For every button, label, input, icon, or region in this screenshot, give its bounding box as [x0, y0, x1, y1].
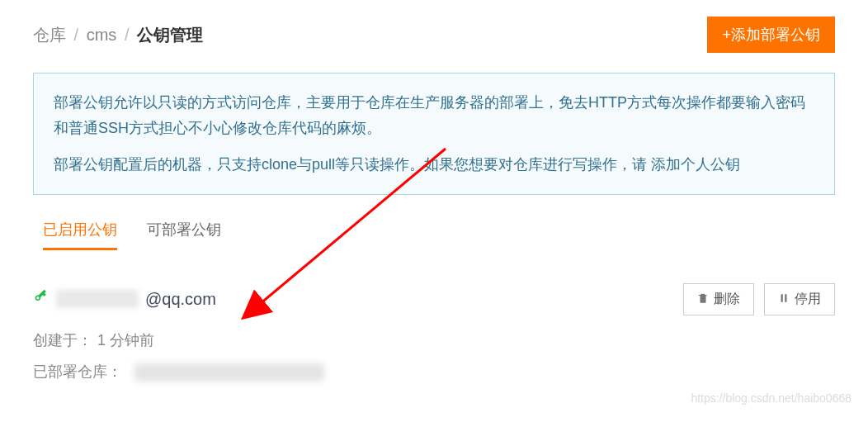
- key-title: @qq.com: [33, 288, 216, 310]
- breadcrumb-sep: /: [125, 26, 130, 44]
- delete-label: 删除: [714, 291, 740, 308]
- notice-box: 部署公钥允许以只读的方式访问仓库，主要用于仓库在生产服务器的部署上，免去HTTP…: [33, 73, 835, 195]
- key-icon: [33, 288, 50, 310]
- pause-label: 停用: [795, 291, 821, 308]
- created-value: 1 分钟前: [97, 332, 154, 349]
- deployed-repo-redacted: [134, 363, 324, 382]
- created-label: 创建于：: [33, 332, 92, 349]
- deployed-line: 已部署仓库：: [33, 362, 835, 382]
- breadcrumb-root[interactable]: 仓库: [33, 26, 66, 44]
- deployed-label: 已部署仓库：: [33, 363, 122, 380]
- tab-enabled-keys[interactable]: 已启用公钥: [43, 220, 117, 250]
- breadcrumb-repo[interactable]: cms: [87, 26, 117, 44]
- breadcrumb: 仓库 / cms / 公钥管理: [33, 24, 203, 46]
- pause-button[interactable]: 停用: [764, 283, 835, 315]
- header-row: 仓库 / cms / 公钥管理 +添加部署公钥: [33, 17, 835, 53]
- breadcrumb-sep: /: [74, 26, 79, 44]
- created-line: 创建于：1 分钟前: [33, 330, 835, 350]
- key-row: @qq.com 删除 停用: [33, 283, 835, 315]
- key-email-suffix: @qq.com: [145, 290, 216, 309]
- notice-text-2: 部署公钥配置后的机器，只支持clone与pull等只读操作。如果您想要对仓库进行…: [54, 152, 814, 178]
- add-personal-key-link[interactable]: 添加个人公钥: [651, 156, 740, 173]
- breadcrumb-current: 公钥管理: [137, 26, 203, 44]
- tabs: 已启用公钥 可部署公钥: [33, 220, 835, 250]
- notice-text-2a: 部署公钥配置后的机器，只支持clone与pull等只读操作。如果您想要对仓库进行…: [54, 156, 651, 173]
- delete-button[interactable]: 删除: [683, 283, 754, 315]
- trash-icon: [697, 292, 709, 306]
- watermark: https://blog.csdn.net/haibo0668: [691, 391, 851, 405]
- tab-deployable-keys[interactable]: 可部署公钥: [147, 220, 221, 250]
- add-deploy-key-button[interactable]: +添加部署公钥: [707, 17, 835, 53]
- notice-text-1: 部署公钥允许以只读的方式访问仓库，主要用于仓库在生产服务器的部署上，免去HTTP…: [54, 90, 814, 140]
- key-actions: 删除 停用: [683, 283, 835, 315]
- pause-icon: [778, 292, 790, 306]
- key-name-redacted: [56, 290, 139, 308]
